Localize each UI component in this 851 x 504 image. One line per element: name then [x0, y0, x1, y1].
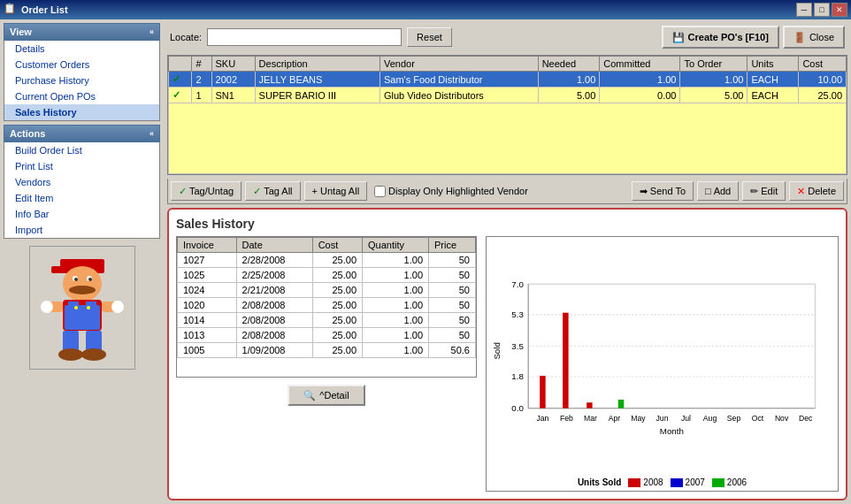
delete-label: Delete [808, 186, 836, 196]
check-icon: ✓ [179, 186, 187, 197]
content-area: Locate: Reset 💾 Create PO's [F10] 🚪 Clos… [164, 19, 851, 504]
view-items: Details Customer Orders Purchase History… [4, 41, 160, 121]
sidebar-item-edit-item[interactable]: Edit Item [4, 190, 159, 206]
col-check[interactable] [169, 57, 192, 72]
col-num[interactable]: # [192, 57, 211, 72]
actions-section-header[interactable]: Actions « [4, 125, 160, 142]
add-icon: □ [705, 186, 711, 196]
view-section: View « Details Customer Orders Purchase … [4, 23, 160, 121]
sales-col-quantity[interactable]: Quantity [363, 238, 429, 253]
col-needed[interactable]: Needed [538, 57, 600, 72]
svg-text:Aug: Aug [703, 414, 717, 423]
svg-point-20 [58, 348, 83, 361]
sales-table-container: Invoice Date Cost Quantity Price 1027 2/… [176, 236, 477, 492]
col-description[interactable]: Description [255, 57, 380, 72]
diskette-icon: 💾 [672, 32, 685, 43]
locate-input[interactable] [207, 28, 402, 46]
list-item[interactable]: 1024 2/21/2008 25.00 1.00 50 [178, 283, 476, 298]
svg-text:0.0: 0.0 [511, 403, 524, 413]
right-actions: ➡ Send To □ Add ✏ Edit ✕ Delete [632, 181, 844, 201]
svg-rect-11 [86, 302, 96, 319]
list-item[interactable]: 1025 2/25/2008 25.00 1.00 50 [178, 268, 476, 283]
svg-point-16 [41, 301, 53, 313]
legend-2007: 2007 [671, 477, 705, 487]
col-cost[interactable]: Cost [799, 57, 847, 72]
delete-button[interactable]: ✕ Delete [789, 181, 844, 201]
svg-point-5 [74, 278, 78, 281]
table-row[interactable]: ✓ 2 2002 JELLY BEANS Sam's Food Distribu… [169, 72, 847, 88]
edit-button[interactable]: ✏ Edit [742, 181, 786, 201]
delete-icon: ✕ [797, 186, 805, 197]
send-icon: ➡ [640, 186, 648, 197]
chart-area: 0.0 1.8 3.5 5.3 7.0 Sold [490, 241, 834, 476]
sidebar-item-import[interactable]: Import [4, 222, 159, 238]
legend-2008-color [628, 478, 640, 487]
list-item[interactable]: 1027 2/28/2008 25.00 1.00 50 [178, 253, 476, 268]
app-icon: 📋 [4, 3, 18, 17]
sales-col-price[interactable]: Price [429, 238, 476, 253]
toolbar: Locate: Reset 💾 Create PO's [F10] 🚪 Clos… [167, 23, 847, 51]
svg-point-12 [74, 306, 78, 309]
sidebar-item-current-open-pos[interactable]: Current Open POs [4, 88, 159, 104]
list-item[interactable]: 1005 1/09/2008 25.00 1.00 50.6 [178, 343, 476, 358]
table-row[interactable]: ✓ 1 SN1 SUPER BARIO III Glub Video Distr… [169, 88, 847, 103]
sales-col-date[interactable]: Date [236, 238, 312, 253]
sales-col-invoice[interactable]: Invoice [178, 238, 237, 253]
create-po-label: Create PO's [F10] [688, 32, 769, 42]
sidebar-item-customer-orders[interactable]: Customer Orders [4, 57, 159, 73]
sidebar-item-sales-history[interactable]: Sales History [4, 104, 159, 120]
sidebar-item-info-bar[interactable]: Info Bar [4, 206, 159, 222]
sidebar-item-print-list[interactable]: Print List [4, 158, 159, 174]
col-vendor[interactable]: Vendor [380, 57, 538, 72]
sidebar: View « Details Customer Orders Purchase … [0, 19, 164, 504]
locate-label: Locate: [170, 32, 202, 42]
titlebar: 📋 Order List ─ □ ✕ [0, 0, 851, 19]
check-all-icon: ✓ [253, 186, 261, 197]
svg-text:Sold: Sold [492, 342, 502, 359]
col-units[interactable]: Units [748, 57, 799, 72]
sidebar-item-build-order-list[interactable]: Build Order List [4, 142, 159, 158]
sales-chart-svg: 0.0 1.8 3.5 5.3 7.0 Sold [490, 241, 834, 476]
sidebar-item-details[interactable]: Details [4, 41, 159, 57]
add-button[interactable]: □ Add [697, 181, 739, 201]
legend-2008-label: 2008 [643, 477, 663, 487]
display-checkbox[interactable] [374, 186, 386, 197]
tag-all-label: Tag All [264, 186, 292, 196]
close-window-button[interactable]: ✕ [832, 3, 847, 17]
svg-point-21 [81, 348, 106, 361]
view-expand-icon: « [150, 27, 154, 36]
list-item[interactable]: 1014 2/08/2008 25.00 1.00 50 [178, 313, 476, 328]
reset-button[interactable]: Reset [407, 27, 452, 47]
create-po-button[interactable]: 💾 Create PO's [F10] [662, 26, 779, 49]
order-table-container: # SKU Description Vendor Needed Committe… [167, 55, 847, 175]
detail-button[interactable]: 🔍 ^Detail [288, 385, 364, 406]
col-sku[interactable]: SKU [211, 57, 255, 72]
minimize-button[interactable]: ─ [796, 3, 812, 17]
sidebar-item-vendors[interactable]: Vendors [4, 174, 159, 190]
window-controls: ─ □ ✕ [796, 3, 847, 17]
list-item[interactable]: 1020 2/08/2008 25.00 1.00 50 [178, 298, 476, 313]
send-to-button[interactable]: ➡ Send To [632, 181, 694, 201]
sidebar-item-purchase-history[interactable]: Purchase History [4, 73, 159, 88]
col-to-order[interactable]: To Order [680, 57, 748, 72]
svg-text:Month: Month [660, 426, 684, 436]
sales-col-cost[interactable]: Cost [312, 238, 362, 253]
add-label: Add [714, 186, 732, 196]
untag-all-button[interactable]: + Untag All [304, 181, 368, 201]
sales-scroll[interactable]: Invoice Date Cost Quantity Price 1027 2/… [176, 236, 477, 378]
display-label: Display Only Highlighted Vendor [388, 186, 528, 196]
tag-untag-button[interactable]: ✓ Tag/Untag [171, 181, 242, 201]
maximize-button[interactable]: □ [814, 3, 830, 17]
view-section-header[interactable]: View « [4, 23, 160, 41]
svg-point-7 [69, 286, 96, 294]
svg-point-13 [87, 306, 90, 309]
svg-text:1.8: 1.8 [511, 371, 524, 381]
col-committed[interactable]: Committed [600, 57, 680, 72]
svg-text:Jul: Jul [681, 414, 691, 423]
svg-rect-10 [68, 302, 79, 319]
close-button[interactable]: 🚪 Close [783, 26, 845, 49]
tag-all-button[interactable]: ✓ Tag All [245, 181, 300, 201]
svg-rect-35 [540, 376, 545, 409]
list-item[interactable]: 1013 2/08/2008 25.00 1.00 50 [178, 328, 476, 343]
untag-all-label: + Untag All [312, 186, 360, 196]
